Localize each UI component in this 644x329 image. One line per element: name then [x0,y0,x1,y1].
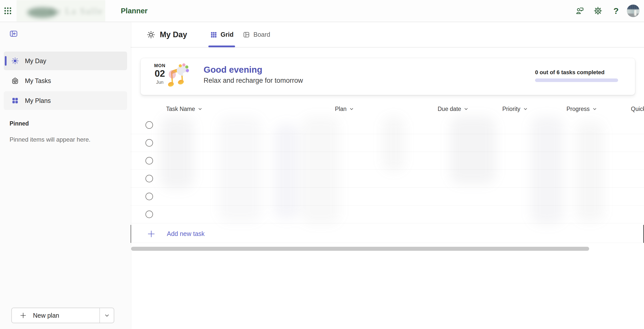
sidebar-item-label: My Tasks [25,77,51,85]
plus-icon [147,230,155,238]
tab-label: Grid [221,31,234,38]
sidebar-item-label: My Day [25,57,46,65]
help-button[interactable]: ? [609,4,623,18]
chevron-down-icon [198,106,203,111]
settings-button[interactable] [591,4,605,18]
main-content: My Day Grid [131,22,644,329]
tab-board[interactable]: Board [238,22,275,47]
complete-task-radio[interactable] [145,121,153,129]
greeting-subtitle: Relax and recharge for tomorrow [204,77,303,85]
plus-icon [20,312,26,319]
feedback-icon [575,6,584,15]
tab-label: Board [253,31,270,38]
chevron-down-icon [592,106,597,111]
column-header-priority[interactable]: Priority [501,102,529,116]
logo-text-blurred: De La Salle [49,6,103,16]
greeting-text: Good evening Relax and recharge for tomo… [204,65,303,85]
add-new-task-button[interactable]: Add new task [131,225,644,243]
waffle-icon [3,6,12,15]
column-header-plan[interactable]: Plan [333,102,356,116]
column-header-task-name[interactable]: Task Name [165,102,204,116]
column-header-due-date[interactable]: Due date [436,102,470,116]
task-row[interactable] [131,152,644,170]
left-sidebar: My Day My Tasks [0,22,131,329]
chevron-down-icon [464,106,469,111]
chevron-down-icon [104,312,110,318]
topbar-actions: ? [573,4,644,18]
pinned-section: Pinned Pinned items will appear here. [10,120,120,143]
sidebar-item-label: My Plans [25,97,51,104]
app-title: Planner [121,7,147,15]
collapse-panel-icon [9,29,18,39]
chevron-down-icon [349,106,354,111]
horizontal-scrollbar [131,246,644,251]
task-row[interactable] [131,205,644,223]
task-row[interactable] [131,116,644,134]
collapse-sidebar-button[interactable] [8,28,20,40]
sun-icon [11,57,19,65]
music-palette-illustration [165,62,195,91]
avatar-photo [627,5,639,17]
sidebar-nav: My Day My Tasks [0,52,131,111]
column-header-quick-actions[interactable]: Quick [629,102,644,116]
scrollbar-thumb[interactable] [131,247,589,251]
org-logo-blurred: De La Salle [17,0,105,21]
greeting-title: Good evening [204,65,303,75]
help-icon: ? [614,7,619,15]
complete-task-radio[interactable] [145,157,153,164]
grid-3x3-icon [210,31,217,38]
active-tab-underline [208,46,235,47]
complete-task-radio[interactable] [145,175,153,182]
chevron-down-icon [523,106,528,111]
new-plan-label: New plan [33,312,59,319]
feedback-button[interactable] [573,4,587,18]
account-avatar[interactable] [627,5,639,17]
sidebar-item-my-tasks[interactable]: My Tasks [4,71,127,90]
progress-bar [535,78,618,82]
task-row[interactable] [131,188,644,205]
board-icon [243,31,250,38]
new-plan-button[interactable]: New plan [12,308,99,323]
task-table-header: Task Name Plan Due date Priority Progres… [131,102,644,116]
pinned-empty-text: Pinned items will appear here. [10,136,120,143]
sidebar-item-my-day[interactable]: My Day [4,52,127,70]
add-new-task-label: Add new task [167,230,205,237]
progress-text: 0 out of 6 tasks completed [535,69,621,76]
top-app-bar: De La Salle Planner [0,0,644,22]
task-rows [131,116,644,223]
new-plan-dropdown-button[interactable] [100,308,114,323]
sidebar-item-my-plans[interactable]: My Plans [4,91,127,110]
task-row[interactable] [131,170,644,188]
task-row[interactable] [131,134,644,152]
app-launcher-button[interactable] [0,0,16,22]
daily-progress: 0 out of 6 tasks completed [535,69,621,82]
planner-app: De La Salle Planner [0,0,644,329]
complete-task-radio[interactable] [145,139,153,147]
gear-icon [593,6,602,15]
page-title-group: My Day [147,30,187,39]
tab-grid[interactable]: Grid [205,22,238,47]
column-header-progress[interactable]: Progress [565,102,599,116]
view-tabs: Grid Board [205,22,275,47]
complete-task-radio[interactable] [145,211,153,218]
greeting-card: MON 02 Jun [140,58,635,95]
view-header: My Day Grid [131,22,644,48]
complete-task-radio[interactable] [145,193,153,200]
pinned-header: Pinned [10,120,120,127]
tasks-icon [11,76,19,85]
grid-2x2-icon [11,96,19,105]
new-plan-split-button: New plan [11,308,114,323]
sun-outline-icon [147,30,155,39]
page-title: My Day [160,30,187,39]
selected-indicator [5,56,7,66]
